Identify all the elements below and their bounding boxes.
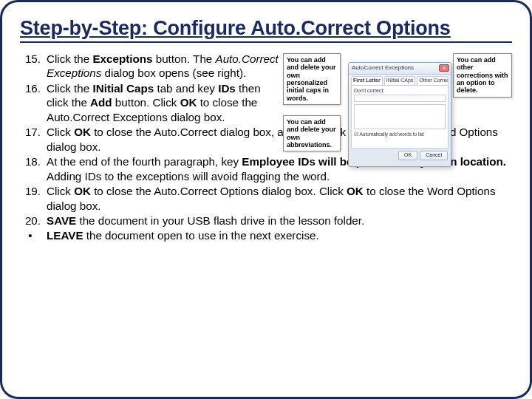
dialog-title: AutoCorrect Exceptions <box>352 64 414 71</box>
tab-other-corrections[interactable]: Other Corrections <box>417 76 449 85</box>
text-run: IDs <box>218 82 236 95</box>
text-run: Click the <box>47 82 92 95</box>
field-label: Don't correct: <box>354 88 446 95</box>
close-icon[interactable]: × <box>439 64 449 72</box>
text-run: dialog box opens (see right). <box>101 66 246 79</box>
text-run: OK <box>74 126 91 138</box>
text-run: Click <box>47 185 74 197</box>
bullet-body: LEAVE the document open to use in the ne… <box>47 228 512 242</box>
ok-button[interactable]: OK <box>398 151 417 160</box>
step-number: 20. <box>20 214 47 228</box>
text-run: SAVE <box>47 214 76 227</box>
dialog-tabs: First Letter INitial CAps Other Correcti… <box>349 75 451 85</box>
step-number: 19. <box>20 184 47 213</box>
step-number: 17. <box>20 125 47 154</box>
tab-first-letter[interactable]: First Letter <box>351 76 383 85</box>
cancel-button[interactable]: Cancel <box>420 151 448 160</box>
text-run: Click <box>47 126 74 138</box>
text-run: the document open to use in the next exe… <box>83 229 319 242</box>
slide: Step-by-Step: Configure Auto.Correct Opt… <box>0 0 532 399</box>
text-run: the document in your USB flash drive in … <box>76 214 364 227</box>
step-number: 18. <box>20 154 47 183</box>
tab-initial-caps[interactable]: INitial CAps <box>384 76 416 85</box>
step-body: Click the INitial Caps tab and key IDs t… <box>47 81 282 124</box>
text-run: OK <box>180 96 197 109</box>
dialog-titlebar: AutoCorrect Exceptions × <box>349 63 451 75</box>
screenshot-area: You can add and delete your own personal… <box>283 52 512 174</box>
callout-top-right: You can add other corrections with an op… <box>453 53 512 98</box>
bullet-marker: • <box>20 228 47 242</box>
exceptions-list[interactable] <box>354 104 446 129</box>
text-run: At the end of the fourth paragraph, key <box>47 155 242 168</box>
text-run: button. Click <box>112 96 180 109</box>
dialog-button-row: OK Cancel <box>349 151 451 163</box>
text-run: Click the <box>47 52 92 65</box>
dont-correct-input[interactable] <box>354 95 446 102</box>
callout-bottom-left: You can add and delete your own abbrevia… <box>283 115 341 151</box>
step-number: 15. <box>20 52 47 81</box>
step-body: Click the Exceptions button. The Auto.Co… <box>47 52 282 81</box>
autocorrect-exceptions-dialog: AutoCorrect Exceptions × First Letter IN… <box>348 62 451 167</box>
step-item: 19.Click OK to close the Auto.Correct Op… <box>20 184 512 213</box>
dialog-body: Don't correct: ☑ Automatically add words… <box>351 85 449 149</box>
text-run: button. The <box>153 52 216 65</box>
text-run: LEAVE <box>47 229 83 242</box>
text-run: OK <box>74 185 91 197</box>
text-run: Exceptions <box>92 52 152 65</box>
title-underline <box>20 41 512 43</box>
bullet-row: • LEAVE the document open to use in the … <box>20 228 512 242</box>
text-run: OK <box>347 185 364 197</box>
step-item: 20.SAVE the document in your USB flash d… <box>20 214 512 228</box>
text-run: INitial Caps <box>92 82 154 95</box>
step-body: SAVE the document in your USB flash driv… <box>47 214 512 228</box>
text-run: Add <box>90 96 112 109</box>
step-body: Click OK to close the Auto.Correct Optio… <box>47 184 512 213</box>
text-run: tab and key <box>154 82 218 95</box>
page-title: Step-by-Step: Configure Auto.Correct Opt… <box>20 17 512 40</box>
auto-add-checkbox[interactable]: ☑ Automatically add words to list <box>354 132 446 137</box>
callout-top-left: You can add and delete your own personal… <box>283 53 341 105</box>
text-run: to close the Auto.Correct Options dialog… <box>91 185 347 197</box>
step-number: 16. <box>20 81 47 124</box>
content-area: You can add and delete your own personal… <box>20 52 512 243</box>
